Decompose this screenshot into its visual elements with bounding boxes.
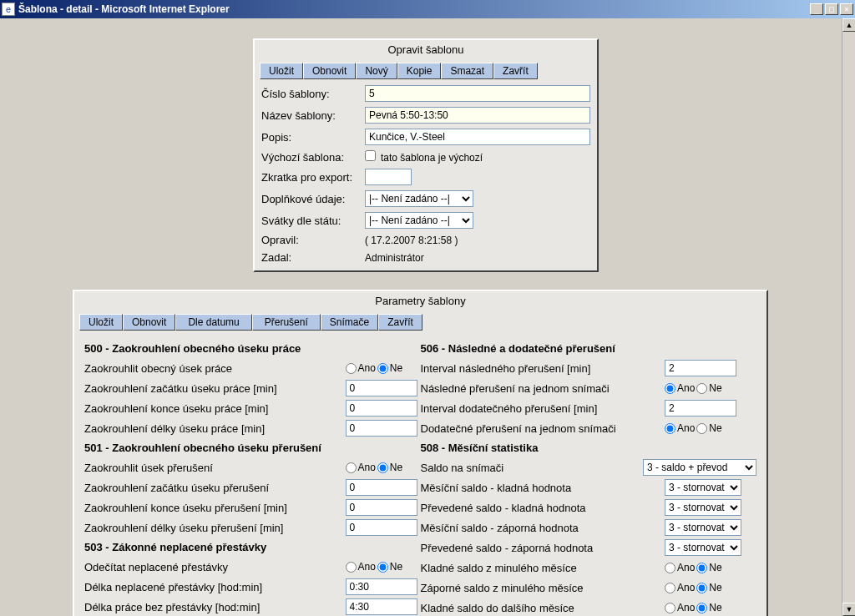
label-modified: Opravil: (261, 234, 365, 246)
label-export: Zkratka pro export: (261, 171, 365, 184)
copy-button[interactable]: Kopie (397, 63, 442, 79)
scroll-down-icon[interactable]: ▼ (842, 603, 855, 616)
s501-r1-yes[interactable] (346, 462, 357, 473)
titlebar: e Šablona - detail - Microsoft Internet … (0, 0, 855, 18)
s500-r4-input[interactable] (346, 420, 417, 437)
params-sensors-button[interactable]: Snímače (321, 314, 378, 331)
window-title: Šablona - detail - Microsoft Internet Ex… (18, 3, 810, 15)
s506-r2-radio: Ano Ne (665, 382, 756, 394)
panel1-toolbar: Uložit Obnovit Nový Kopie Smazat Zavřít (255, 59, 597, 83)
params-right-col: 506 - Následné a dodatečné přerušení Int… (421, 339, 757, 616)
params-close-button[interactable]: Zavřít (378, 314, 422, 331)
delete-button[interactable]: Smazat (441, 63, 493, 79)
section-508-head: 508 - Měsíční statistika (421, 442, 757, 454)
close-panel1-button[interactable]: Zavřít (493, 63, 538, 79)
params-left-col: 500 - Zaokrouhlení obecného úseku práce … (84, 339, 421, 616)
s500-r4-label: Zaokrouhlení délky úseku práce [min] (84, 422, 346, 435)
params-refresh-button[interactable]: Obnovit (123, 314, 175, 331)
s501-r1-no[interactable] (377, 462, 388, 473)
section-503-head: 503 - Zákonné neplacené přestávky (84, 541, 421, 553)
s500-r1-no[interactable] (377, 363, 388, 374)
entered-value: Administrátor (365, 252, 590, 264)
s506-r1-label: Interval následného přerušení [min] (421, 362, 665, 375)
holidays-select[interactable]: |-- Není zadáno --| (365, 212, 473, 229)
s501-r2-input[interactable] (346, 479, 417, 496)
s508-r3-select[interactable]: 3 - stornovat (665, 499, 741, 516)
params-bydate-button[interactable]: Dle datumu (175, 314, 251, 331)
app-window: e Šablona - detail - Microsoft Internet … (0, 0, 855, 616)
extra-select[interactable]: |-- Není zadáno --| (365, 190, 473, 207)
s508-r6-yes[interactable] (665, 563, 675, 573)
desc-input[interactable] (365, 129, 590, 145)
refresh-button[interactable]: Obnovit (303, 63, 356, 79)
s503-r1-label: Odečítat neplacené přestávky (84, 561, 346, 573)
new-button[interactable]: Nový (356, 63, 397, 79)
content-area: Opravit šablonu Uložit Obnovit Nový Kopi… (0, 18, 855, 616)
default-checkbox[interactable] (365, 150, 376, 161)
s508-r1-label: Saldo na snímači (421, 462, 644, 474)
s501-r4-label: Zaokrouhlení délky úseku přerušení [min] (84, 522, 346, 534)
s508-r7-label: Záporné saldo z minulého měsíce (421, 582, 665, 594)
s501-r2-label: Zaokrouhlení začátku úseku přerušení (84, 482, 346, 494)
default-text: tato šablona je výchozí (381, 152, 483, 164)
section-501-head: 501 - Zaokrouhlení obecného úseku přeruš… (84, 442, 421, 454)
save-button[interactable]: Uložit (260, 63, 303, 79)
s506-r4-yes[interactable] (665, 423, 675, 434)
s508-r2-select[interactable]: 3 - stornovat (665, 479, 741, 496)
close-button[interactable]: ✕ (840, 3, 853, 15)
s503-r1-radio: Ano Ne (346, 561, 421, 573)
s503-r2-input[interactable] (346, 578, 417, 595)
s503-r1-yes[interactable] (346, 562, 357, 573)
params-interrupt-button[interactable]: Přerušení (252, 314, 321, 331)
panel2-toolbar: Uložit Obnovit Dle datumu Přerušení Sním… (74, 311, 766, 334)
s501-r3-input[interactable] (346, 499, 417, 516)
template-name-input[interactable] (365, 107, 590, 124)
s508-r7-yes[interactable] (665, 583, 675, 593)
params-body: 500 - Zaokrouhlení obecného úseku práce … (74, 334, 766, 616)
s508-r6-no[interactable] (696, 563, 707, 573)
s503-r3-input[interactable] (346, 598, 417, 615)
s500-r3-label: Zaokrouhlení konce úseku práce [min] (84, 402, 346, 415)
section-500-head: 500 - Zaokrouhlení obecného úseku práce (84, 342, 421, 355)
s506-r1-input[interactable] (665, 360, 736, 376)
s500-r1-radio: Ano Ne (346, 362, 421, 374)
label-holidays: Svátky dle státu: (261, 215, 365, 227)
template-detail-panel: Opravit šablonu Uložit Obnovit Nový Kopi… (253, 38, 599, 272)
s506-r2-no[interactable] (696, 383, 707, 394)
s508-r7-radio: Ano Ne (665, 582, 756, 593)
s508-r8-radio: Ano Ne (665, 602, 756, 613)
s501-r4-input[interactable] (346, 519, 417, 536)
s508-r4-label: Měsíční saldo - záporná hodnota (421, 522, 665, 534)
s508-r6-label: Kladné saldo z minulého měsíce (421, 562, 665, 574)
modified-value: ( 17.2.2007 8:21:58 ) (365, 235, 590, 246)
params-save-button[interactable]: Uložit (79, 314, 123, 331)
scroll-up-icon[interactable]: ▲ (842, 18, 855, 32)
label-extra: Doplňkové údaje: (261, 193, 365, 205)
s500-r3-input[interactable] (346, 400, 417, 417)
export-input[interactable] (365, 169, 412, 185)
s506-r3-input[interactable] (665, 400, 736, 417)
panel2-title: Parametry šablony (74, 291, 766, 311)
s508-r5-select[interactable]: 3 - stornovat (665, 539, 741, 556)
label-template-name: Název šablony: (261, 109, 365, 122)
s503-r1-no[interactable] (377, 562, 388, 573)
s500-r2-input[interactable] (346, 380, 417, 396)
label-desc: Popis: (261, 131, 365, 144)
s508-r8-no[interactable] (696, 603, 707, 613)
s508-r4-select[interactable]: 3 - stornovat (665, 519, 741, 536)
template-number-input[interactable] (365, 85, 590, 102)
minimize-button[interactable]: _ (810, 3, 823, 15)
s508-r8-label: Kladné saldo do dalšího měsíce (421, 602, 665, 614)
s508-r1-select[interactable]: 3 - saldo + převod (643, 459, 756, 476)
s506-r4-no[interactable] (696, 423, 707, 434)
s500-r2-label: Zaokrouhlení začátku úseku práce [min] (84, 382, 346, 395)
s508-r7-no[interactable] (696, 583, 707, 593)
maximize-button[interactable]: □ (825, 3, 838, 15)
vertical-scrollbar[interactable]: ▲ ▼ (842, 18, 855, 616)
template-params-panel: Parametry šablony Uložit Obnovit Dle dat… (73, 290, 768, 616)
s506-r2-yes[interactable] (665, 383, 675, 394)
s501-r1-label: Zaokrouhlit úsek přerušení (84, 462, 346, 474)
s503-r2-label: Délka neplacené přestávky [hod:min] (84, 581, 346, 593)
s500-r1-yes[interactable] (346, 363, 357, 374)
s508-r8-yes[interactable] (665, 603, 675, 613)
